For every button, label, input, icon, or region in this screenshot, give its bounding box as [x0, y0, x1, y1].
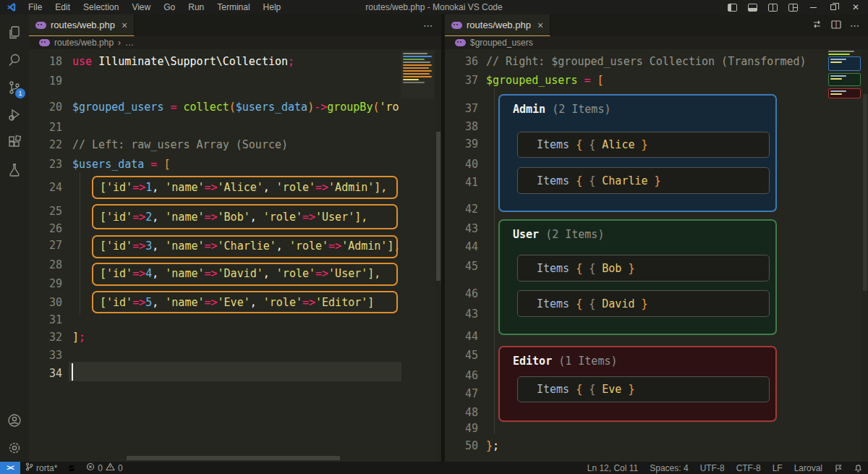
- menu-bar: FileEditSelectionViewGoRunTerminalHelp: [22, 1, 287, 14]
- scrollbar-thumb[interactable]: [127, 456, 340, 460]
- line-number: 24: [29, 179, 62, 195]
- status-item[interactable]: Ln 12, Col 11: [582, 463, 644, 473]
- item-close-brace: }: [648, 174, 661, 187]
- status-item[interactable]: LF: [767, 463, 788, 473]
- split-editor-icon[interactable]: [831, 20, 841, 31]
- restore-button[interactable]: [823, 0, 843, 14]
- scrollbar-thumb[interactable]: [436, 132, 441, 281]
- search-icon[interactable]: [0, 46, 29, 74]
- menu-selection[interactable]: Selection: [77, 1, 125, 14]
- horizontal-scrollbar[interactable]: [98, 455, 430, 461]
- text-cursor: [72, 363, 73, 381]
- line-number: 43: [445, 306, 478, 322]
- line-number: 45: [445, 258, 478, 274]
- group-count: (2 Items): [545, 103, 610, 116]
- minimap-line: [830, 75, 846, 77]
- item-close-brace: }: [634, 297, 647, 310]
- git-branch-item[interactable]: rorta*: [20, 462, 62, 474]
- minimap-line: [403, 70, 432, 72]
- feedback-icon[interactable]: [828, 464, 848, 473]
- vertical-scrollbar[interactable]: [435, 49, 441, 462]
- line-number: 51: [445, 461, 478, 462]
- window-controls: ✕: [722, 0, 868, 14]
- line-number: 45: [445, 347, 478, 363]
- breadcrumb-path[interactable]: routes/web.php: [54, 38, 114, 48]
- php-file-icon: [39, 39, 50, 46]
- tab-routes-web-php-right[interactable]: routes/web.php ×: [445, 14, 550, 36]
- close-window-button[interactable]: ✕: [843, 0, 868, 14]
- toggle-sidebar-icon[interactable]: [722, 0, 742, 14]
- code-line: $grouped_users = collect($users_data)->g…: [72, 99, 399, 115]
- group-item-row: Items { { Alice }: [517, 132, 770, 158]
- notifications-bell-icon[interactable]: [848, 464, 868, 473]
- remote-indicator[interactable]: ><: [0, 462, 20, 474]
- item-open-brace: {: [569, 138, 582, 151]
- tab-close-icon[interactable]: ×: [537, 20, 543, 31]
- line-number: 28: [29, 257, 62, 273]
- minimize-button[interactable]: [803, 0, 823, 14]
- split-editor-layout-icon[interactable]: [762, 0, 783, 14]
- left-code-editor[interactable]: 1819202122232425262728293031323334use Il…: [29, 49, 441, 462]
- toggle-panel-icon[interactable]: [742, 0, 762, 14]
- group-item-row: Items { { Eve }: [517, 376, 770, 402]
- item-open-brace: {: [569, 262, 582, 275]
- vertical-scrollbar[interactable]: [862, 49, 868, 462]
- status-item[interactable]: UTF-8: [694, 463, 731, 473]
- line-number: 27: [29, 237, 62, 253]
- error-count: 0: [98, 463, 103, 473]
- title-bar: FileEditSelectionViewGoRunTerminalHelp r…: [0, 0, 868, 14]
- left-editor-group: routes/web.php × ⋯ routes/web.php › … 18: [29, 14, 441, 462]
- account-icon[interactable]: [0, 407, 29, 434]
- tab-close-icon[interactable]: ×: [122, 20, 127, 31]
- more-actions-icon[interactable]: ⋯: [850, 20, 859, 31]
- left-breadcrumb[interactable]: routes/web.php › …: [29, 36, 441, 49]
- scrollbar-thumb[interactable]: [863, 94, 867, 291]
- tab-routes-web-php-left[interactable]: routes/web.php ×: [29, 14, 135, 36]
- minimap-group: [828, 88, 861, 98]
- breadcrumb-symbol[interactable]: $grouped_users: [470, 38, 533, 48]
- menu-file[interactable]: File: [22, 1, 48, 14]
- right-code-editor[interactable]: 3637373839404142434445464344454647484950…: [445, 49, 868, 462]
- run-debug-icon[interactable]: [0, 101, 29, 129]
- item-open-brace: {: [569, 383, 582, 396]
- minimap[interactable]: [401, 51, 434, 98]
- minimap[interactable]: [828, 51, 861, 101]
- item-name: Eve: [595, 383, 621, 396]
- menu-run[interactable]: Run: [182, 1, 210, 14]
- group-item-row: Items { { Charlie }: [517, 167, 770, 194]
- menu-edit[interactable]: Edit: [48, 1, 77, 14]
- right-breadcrumb[interactable]: $grouped_users: [445, 36, 868, 49]
- open-changes-icon[interactable]: [812, 20, 822, 31]
- extensions-icon[interactable]: [0, 129, 29, 156]
- settings-gear-icon[interactable]: [0, 434, 29, 462]
- status-item[interactable]: CTF-8: [731, 463, 767, 473]
- line-number: 43: [445, 221, 478, 237]
- group-header: Admin (2 Items): [513, 103, 610, 116]
- minimap-line: [403, 56, 432, 57]
- sync-icon[interactable]: [62, 462, 81, 474]
- line-number: 37: [445, 101, 478, 117]
- source-control-icon[interactable]: 1: [0, 74, 29, 101]
- code-line: $grouped_users = [: [486, 72, 604, 88]
- explorer-icon[interactable]: [0, 19, 29, 46]
- problems-item[interactable]: 0 0: [81, 462, 127, 474]
- testing-icon[interactable]: [0, 156, 29, 184]
- menu-help[interactable]: Help: [257, 1, 288, 14]
- window-title: routes/web.php - Monokai VS Code: [365, 2, 502, 12]
- item-label: Items: [537, 138, 569, 151]
- more-actions-icon[interactable]: ⋯: [423, 20, 433, 31]
- menu-view[interactable]: View: [125, 1, 157, 14]
- customize-layout-icon[interactable]: [783, 0, 803, 14]
- minimap-line: [403, 76, 432, 77]
- menu-go[interactable]: Go: [157, 1, 182, 14]
- breadcrumb-more[interactable]: …: [125, 38, 134, 48]
- status-item[interactable]: Spaces: 4: [644, 463, 694, 473]
- menu-terminal[interactable]: Terminal: [210, 1, 256, 14]
- warning-icon: [106, 462, 115, 473]
- minimap-line: [830, 62, 842, 63]
- status-item[interactable]: Laroval: [788, 463, 828, 473]
- group-box-user: User (2 Items)Items { { Bob }Items { { D…: [498, 219, 777, 335]
- line-number: 20: [29, 99, 62, 115]
- error-icon: [86, 462, 95, 473]
- group-item-row: Items { { Bob }: [517, 255, 770, 282]
